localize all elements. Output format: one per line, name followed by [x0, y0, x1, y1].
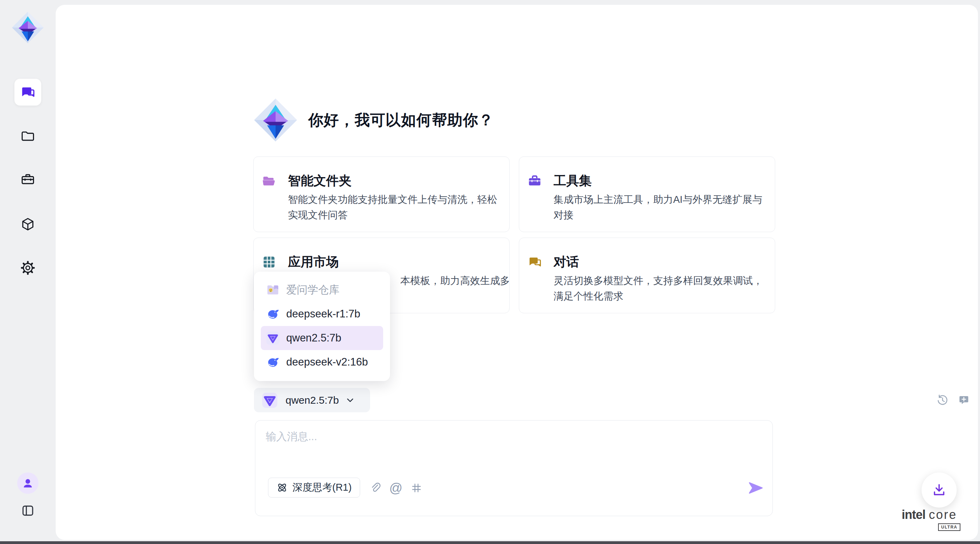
card-title: 工具集 — [554, 172, 592, 190]
deepseek-whale-icon — [266, 307, 280, 321]
dropdown-group-label: 爱问学仓库 — [261, 278, 383, 302]
card-description: 灵活切换多模型文件，支持多样回复效果调试，满足个性化需求 — [554, 273, 765, 304]
sidebar-item-chat[interactable] — [14, 79, 41, 105]
app-window: 你好，我可以如何帮助你？ 智能文件夹 智能文件夹功能支持批量文件上传与清洗，轻松… — [0, 0, 980, 544]
atom-icon — [277, 482, 288, 493]
paperclip-icon — [369, 482, 382, 494]
card-title: 智能文件夹 — [288, 172, 352, 190]
at-icon: @ — [389, 482, 403, 495]
window-bottom-edge — [0, 541, 980, 544]
deep-think-label: 深度思考(R1) — [293, 481, 352, 495]
card-smart-folder[interactable]: 智能文件夹 智能文件夹功能支持批量文件上传与清洗，轻松实现文件问答 — [253, 156, 509, 232]
app-logo-icon — [11, 11, 45, 44]
greeting-text: 你好，我可以如何帮助你？ — [308, 110, 494, 130]
toolbox-icon — [20, 172, 35, 187]
sidebar-item-tools[interactable] — [14, 166, 41, 193]
conversation-actions — [936, 394, 970, 407]
message-composer: 深度思考(R1) @ — [255, 420, 773, 516]
send-button[interactable] — [748, 480, 764, 496]
sidebar-item-folders[interactable] — [14, 123, 41, 149]
person-icon — [21, 476, 35, 490]
composer-tools: @ — [369, 482, 423, 495]
card-description: 集成市场上主流工具，助力AI与外界无缝扩展与对接 — [554, 192, 765, 223]
open-folder-icon — [262, 174, 276, 188]
core-wordmark: core — [929, 507, 957, 522]
prompt-template-button[interactable] — [410, 482, 423, 495]
briefcase-icon — [527, 174, 542, 188]
card-title: 应用市场 — [288, 254, 339, 271]
sidebar — [0, 0, 56, 544]
collapse-sidebar-button[interactable] — [18, 501, 37, 520]
new-chat-icon[interactable] — [958, 394, 970, 407]
panel-left-icon — [21, 503, 35, 518]
repository-icon — [266, 283, 280, 297]
download-icon — [931, 482, 947, 498]
cube-icon — [20, 217, 35, 232]
folder-icon — [20, 128, 35, 144]
card-description: 智能文件夹功能支持批量文件上传与清洗，轻松实现文件问答 — [288, 192, 500, 223]
intel-wordmark: intel — [902, 507, 925, 522]
history-icon[interactable] — [936, 394, 949, 407]
sidebar-item-settings[interactable] — [14, 254, 41, 281]
message-input[interactable] — [266, 429, 740, 471]
ultra-badge: ULTRA — [938, 523, 961, 531]
dropdown-item-deepseek-r1[interactable]: deepseek-r1:7b — [261, 302, 383, 326]
chat-icon — [20, 85, 35, 100]
selected-model-label: qwen2.5:7b — [286, 394, 339, 406]
deep-think-toggle[interactable]: 深度思考(R1) — [268, 478, 360, 498]
card-conversation[interactable]: 对话 灵活切换多模型文件，支持多样回复效果调试，满足个性化需求 — [519, 238, 775, 313]
dropdown-item-deepseek-v2[interactable]: deepseek-v2:16b — [261, 350, 383, 374]
sidebar-item-models[interactable] — [14, 211, 41, 238]
deepseek-whale-icon — [266, 355, 280, 369]
hash-icon — [410, 482, 423, 494]
hero-logo-icon — [253, 98, 298, 142]
model-selector[interactable]: qwen2.5:7b — [254, 388, 370, 412]
card-description-fragment: 本模板，助力高效生成多 — [400, 273, 503, 289]
hero: 你好，我可以如何帮助你？ — [253, 98, 494, 142]
qwen-icon — [266, 331, 280, 345]
mention-button[interactable]: @ — [389, 482, 402, 495]
dropdown-item-qwen[interactable]: qwen2.5:7b — [261, 326, 383, 350]
download-fab[interactable] — [921, 472, 957, 507]
main-panel: 你好，我可以如何帮助你？ 智能文件夹 智能文件夹功能支持批量文件上传与清洗，轻松… — [56, 5, 978, 540]
qwen-icon — [261, 392, 278, 408]
intel-core-logo: intelcore ULTRA — [902, 507, 964, 531]
chevron-down-icon — [345, 395, 355, 405]
model-dropdown-menu: 爱问学仓库 deepseek-r1:7b qwen2.5:7b — [254, 272, 390, 381]
card-title: 对话 — [554, 254, 579, 271]
attach-file-button[interactable] — [369, 482, 382, 495]
user-avatar[interactable] — [17, 472, 38, 494]
card-toolset[interactable]: 工具集 集成市场上主流工具，助力AI与外界无缝扩展与对接 — [519, 156, 775, 232]
chat-bubbles-icon — [527, 255, 542, 269]
gear-icon — [20, 260, 35, 276]
grid-market-icon — [262, 255, 276, 269]
